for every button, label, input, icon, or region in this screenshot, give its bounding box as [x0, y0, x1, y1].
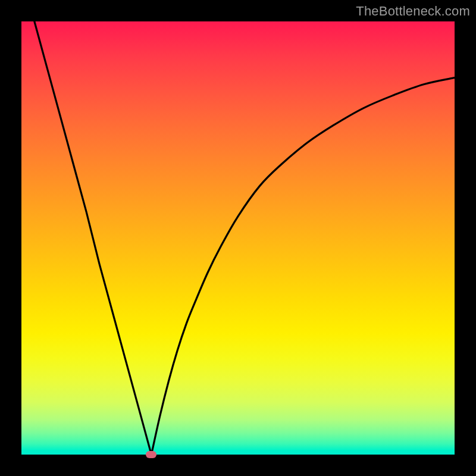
bottleneck-curve — [21, 21, 455, 455]
curve-path — [35, 21, 455, 455]
chart-frame: TheBottleneck.com — [0, 0, 476, 476]
plot-area — [21, 21, 455, 455]
watermark-text: TheBottleneck.com — [356, 4, 470, 19]
min-marker — [146, 451, 156, 458]
